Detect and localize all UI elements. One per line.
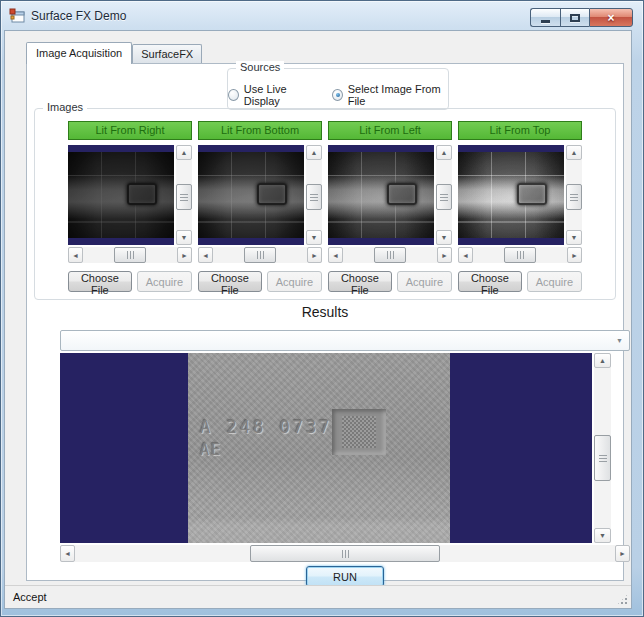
panel-lit-from-right: Lit From Right ▲ [68,121,192,292]
scroll-down-icon[interactable]: ▼ [306,230,322,245]
run-button[interactable]: RUN [306,566,384,587]
scroll-right-icon[interactable]: ► [307,247,322,263]
scroll-thumb[interactable] [244,247,276,263]
images-groupbox: Images Lit From Right [34,108,616,300]
panel-photo[interactable] [458,145,564,245]
scroll-down-icon[interactable]: ▼ [594,528,611,543]
panel-photo[interactable] [198,145,304,245]
scroll-track[interactable] [213,247,307,263]
scroll-up-icon[interactable]: ▲ [436,145,452,160]
panel-horizontal-scrollbar[interactable]: ◄ ► [328,247,452,263]
window-controls: × [530,8,633,27]
scroll-track[interactable] [176,160,192,230]
tab-image-acquisition[interactable]: Image Acquisition [26,42,132,64]
scroll-up-icon[interactable]: ▲ [566,145,582,160]
maximize-icon [570,14,580,22]
client-area: Image Acquisition SurfaceFX Sources Use … [4,30,632,609]
scroll-left-icon[interactable]: ◄ [68,247,83,263]
panel-photo[interactable] [328,145,434,245]
scroll-track[interactable] [75,545,615,562]
close-button[interactable]: × [589,8,633,27]
photo-surface [458,152,564,238]
sources-groupbox: Sources Use Live Display Select Image Fr… [227,68,449,110]
thumb-grip-icon [599,455,607,462]
maximize-button[interactable] [560,8,589,27]
photo-bottom-band [68,238,174,245]
scroll-track[interactable] [306,160,322,230]
acquire-button[interactable]: Acquire [397,271,452,292]
panel-vertical-scrollbar[interactable]: ▲ ▼ [176,145,192,245]
scroll-thumb[interactable] [504,247,536,263]
scroll-thumb[interactable] [176,184,192,210]
minimize-button[interactable] [530,8,560,27]
scroll-thumb[interactable] [114,247,146,263]
scroll-thumb[interactable] [374,247,406,263]
results-horizontal-scrollbar[interactable]: ◄ ► [60,545,630,562]
tab-strip: Image Acquisition SurfaceFX [26,42,202,63]
resize-grip[interactable] [616,593,629,606]
datamatrix-plate [387,183,417,205]
tab-surfacefx[interactable]: SurfaceFX [132,44,202,63]
panel-vertical-scrollbar[interactable]: ▲ ▼ [436,145,452,245]
results-combobox[interactable]: ▼ [60,330,630,351]
choose-file-button[interactable]: Choose File [328,271,392,292]
scroll-right-icon[interactable]: ► [567,247,582,263]
scroll-thumb[interactable] [306,184,322,210]
scroll-right-icon[interactable]: ► [177,247,192,263]
choose-file-button[interactable]: Choose File [198,271,262,292]
panel-vertical-scrollbar[interactable]: ▲ ▼ [306,145,322,245]
photo-bottom-band [198,238,304,245]
results-image[interactable]: A 248 0737 AE [60,353,592,543]
scroll-left-icon[interactable]: ◄ [328,247,343,263]
radio-selected-icon [332,89,343,101]
title-bar[interactable]: Surface FX Demo × [1,1,643,30]
thumb-grip-icon [257,251,264,259]
photo-top-band [328,145,434,152]
scroll-up-icon[interactable]: ▲ [306,145,322,160]
scroll-thumb[interactable] [250,545,440,562]
scroll-down-icon[interactable]: ▼ [176,230,192,245]
scroll-right-icon[interactable]: ► [437,247,452,263]
scroll-down-icon[interactable]: ▼ [566,230,582,245]
tab-page-image-acquisition: Sources Use Live Display Select Image Fr… [26,63,624,581]
radio-use-live-display[interactable]: Use Live Display [228,83,316,107]
panel-horizontal-scrollbar[interactable]: ◄ ► [458,247,582,263]
scroll-left-icon[interactable]: ◄ [458,247,473,263]
photo-grid-lines [198,152,304,238]
scroll-thumb[interactable] [436,184,452,210]
photo-surface [198,152,304,238]
scroll-track[interactable] [343,247,437,263]
panel-header: Lit From Bottom [198,121,322,140]
scroll-thumb[interactable] [566,184,582,210]
scroll-track[interactable] [594,368,611,528]
scroll-up-icon[interactable]: ▲ [176,145,192,160]
acquire-button[interactable]: Acquire [267,271,322,292]
radio-select-image-from-file[interactable]: Select Image From File [332,83,448,107]
scroll-left-icon[interactable]: ◄ [198,247,213,263]
scroll-down-icon[interactable]: ▼ [436,230,452,245]
photo-grid-lines [68,152,174,238]
scroll-right-icon[interactable]: ► [615,545,630,562]
scroll-track[interactable] [566,160,582,230]
results-vertical-scrollbar[interactable]: ▲ ▼ [594,353,611,543]
panel-photo[interactable] [68,145,174,245]
scroll-thumb[interactable] [594,435,611,481]
photo-top-band [458,145,564,152]
scroll-track[interactable] [436,160,452,230]
choose-file-button[interactable]: Choose File [458,271,522,292]
scroll-left-icon[interactable]: ◄ [60,545,75,562]
panel-horizontal-scrollbar[interactable]: ◄ ► [68,247,192,263]
radio-unselected-icon [228,89,239,101]
panel-vertical-scrollbar[interactable]: ▲ ▼ [566,145,582,245]
acquire-button[interactable]: Acquire [527,271,582,292]
acquire-button[interactable]: Acquire [137,271,192,292]
radio-file-label: Select Image From File [348,83,448,107]
scroll-track[interactable] [83,247,177,263]
datamatrix-recess [332,409,386,455]
panel-horizontal-scrollbar[interactable]: ◄ ► [198,247,322,263]
choose-file-button[interactable]: Choose File [68,271,132,292]
scroll-up-icon[interactable]: ▲ [594,353,611,368]
scroll-track[interactable] [473,247,567,263]
close-icon: × [607,11,614,25]
results-section: ▼ A 248 0737 AE [60,330,630,587]
